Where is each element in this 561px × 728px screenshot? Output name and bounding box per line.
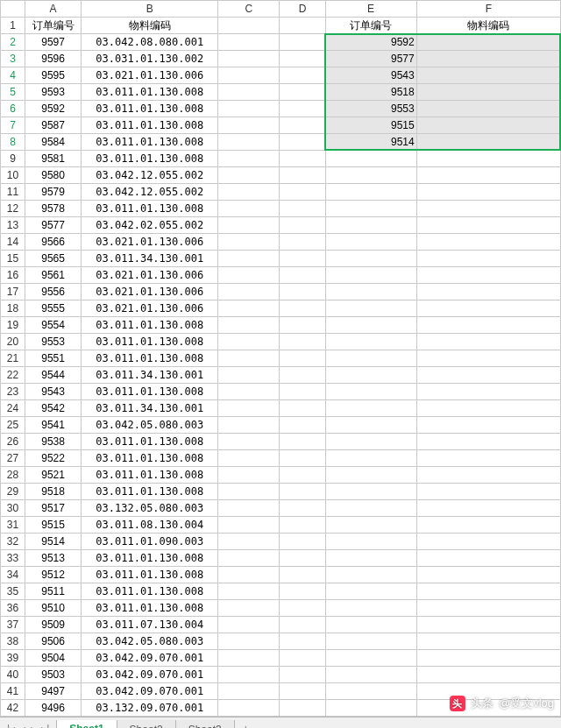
data-row[interactable]: 39950403.042.09.070.001 xyxy=(1,650,561,667)
cell-D[interactable] xyxy=(280,184,325,201)
row-header[interactable]: 12 xyxy=(1,201,25,217)
cell-B[interactable]: 03.011.07.130.004 xyxy=(82,617,218,633)
cell-E[interactable]: 9518 xyxy=(325,84,416,101)
cell-D[interactable] xyxy=(280,434,325,450)
cell-D[interactable] xyxy=(280,700,325,717)
cell-A[interactable]: 9565 xyxy=(25,251,82,267)
cell-E[interactable]: 9514 xyxy=(325,134,416,151)
cell-E[interactable] xyxy=(325,184,416,201)
data-row[interactable]: 27952203.011.01.130.008 xyxy=(1,450,561,467)
cell-C[interactable] xyxy=(218,583,280,600)
cell-D[interactable] xyxy=(280,234,325,251)
cell-A[interactable]: 9592 xyxy=(25,101,82,117)
cell-E[interactable] xyxy=(325,534,416,550)
cell-A[interactable]: 9522 xyxy=(25,450,82,467)
cell-A[interactable]: 9566 xyxy=(25,234,82,251)
cell-A[interactable]: 9578 xyxy=(25,201,82,217)
cell-C[interactable] xyxy=(218,467,280,484)
cell-B[interactable]: 03.011.01.130.008 xyxy=(82,317,218,334)
cell-A[interactable]: 9538 xyxy=(25,434,82,450)
cell-E[interactable] xyxy=(325,600,416,617)
row-header[interactable]: 36 xyxy=(1,600,25,617)
cell-A[interactable]: 9561 xyxy=(25,267,82,284)
cell-E[interactable] xyxy=(325,700,416,717)
cell-E[interactable] xyxy=(325,367,416,384)
cell-D[interactable] xyxy=(280,417,325,434)
cell-B[interactable]: 03.021.01.130.006 xyxy=(82,300,218,317)
cell-C[interactable] xyxy=(218,300,280,317)
cell-B[interactable]: 03.011.01.130.008 xyxy=(82,583,218,600)
cell-C[interactable] xyxy=(218,633,280,650)
cell-B[interactable]: 03.011.01.130.008 xyxy=(82,600,218,617)
cell-C[interactable] xyxy=(218,117,280,134)
cell-C[interactable] xyxy=(218,450,280,467)
cell-F1[interactable]: 物料编码 xyxy=(416,18,560,34)
cell-B[interactable]: 03.021.01.130.006 xyxy=(82,67,218,84)
row-header[interactable]: 10 xyxy=(1,167,25,184)
cell-B[interactable]: 03.011.01.130.008 xyxy=(82,384,218,400)
cell-E[interactable] xyxy=(325,484,416,500)
data-row[interactable]: 15956503.011.34.130.001 xyxy=(1,251,561,267)
col-header-B[interactable]: B xyxy=(82,1,218,18)
row-header[interactable]: 40 xyxy=(1,667,25,683)
cell-A[interactable]: 9512 xyxy=(25,567,82,583)
row-header[interactable]: 20 xyxy=(1,334,25,350)
cell-A[interactable]: 9581 xyxy=(25,151,82,167)
cell-F[interactable] xyxy=(416,484,560,500)
cell-A[interactable]: 9551 xyxy=(25,350,82,367)
row-header[interactable]: 11 xyxy=(1,184,25,201)
nav-prev-icon[interactable]: ◂ xyxy=(18,723,27,729)
cell-B[interactable]: 03.042.09.070.001 xyxy=(82,667,218,683)
data-row[interactable]: 8958403.011.01.130.0089514 xyxy=(1,134,561,151)
data-row[interactable]: 25954103.042.05.080.003 xyxy=(1,417,561,434)
cell-E[interactable] xyxy=(325,683,416,700)
row-header[interactable]: 35 xyxy=(1,583,25,600)
cell-B[interactable]: 03.011.01.130.008 xyxy=(82,84,218,101)
cell-D[interactable] xyxy=(280,201,325,217)
data-row[interactable]: 28952103.011.01.130.008 xyxy=(1,467,561,484)
cell-C[interactable] xyxy=(218,267,280,284)
cell-A[interactable]: 9541 xyxy=(25,417,82,434)
cell-C[interactable] xyxy=(218,334,280,350)
cell-F[interactable] xyxy=(416,51,560,67)
cell-B[interactable]: 03.011.01.130.008 xyxy=(82,484,218,500)
cell-E[interactable] xyxy=(325,583,416,600)
cell-E[interactable] xyxy=(325,251,416,267)
cell-C[interactable] xyxy=(218,567,280,583)
cell-E[interactable] xyxy=(325,517,416,534)
cell-A[interactable]: 9497 xyxy=(25,683,82,700)
data-row[interactable]: 14956603.021.01.130.006 xyxy=(1,234,561,251)
data-row[interactable]: 18955503.021.01.130.006 xyxy=(1,300,561,317)
cell-A[interactable]: 9496 xyxy=(25,700,82,717)
cell-F[interactable] xyxy=(416,467,560,484)
spreadsheet[interactable]: A B C D E F 1订单编号物料编码订单编号物料编码2959703.042… xyxy=(0,0,561,717)
cell-E[interactable]: 9577 xyxy=(325,51,416,67)
cell-C[interactable] xyxy=(218,617,280,633)
row-header[interactable]: 19 xyxy=(1,317,25,334)
nav-last-icon[interactable]: ▸| xyxy=(39,723,51,729)
cell-A[interactable]: 9506 xyxy=(25,633,82,650)
cell-E[interactable] xyxy=(325,334,416,350)
cell-A1[interactable]: 订单编号 xyxy=(25,18,82,34)
cell-D[interactable] xyxy=(280,583,325,600)
cell-E[interactable]: 9592 xyxy=(325,34,416,51)
cell-C[interactable] xyxy=(218,217,280,234)
cell-D[interactable] xyxy=(280,117,325,134)
cell-B[interactable]: 03.042.12.055.002 xyxy=(82,184,218,201)
data-row[interactable]: 37950903.011.07.130.004 xyxy=(1,617,561,633)
row-header[interactable]: 32 xyxy=(1,534,25,550)
cell-C[interactable] xyxy=(218,650,280,667)
row-header[interactable]: 15 xyxy=(1,251,25,267)
cell-D[interactable] xyxy=(280,267,325,284)
cell-C[interactable] xyxy=(218,67,280,84)
cell-C[interactable] xyxy=(218,134,280,151)
cell-C[interactable] xyxy=(218,683,280,700)
row-header[interactable]: 34 xyxy=(1,567,25,583)
cell-A[interactable]: 9542 xyxy=(25,400,82,417)
cell-C[interactable] xyxy=(218,184,280,201)
data-row[interactable]: 35951103.011.01.130.008 xyxy=(1,583,561,600)
cell-D[interactable] xyxy=(280,251,325,267)
cell-F[interactable] xyxy=(416,367,560,384)
cell-D[interactable] xyxy=(280,650,325,667)
cell-D[interactable] xyxy=(280,683,325,700)
